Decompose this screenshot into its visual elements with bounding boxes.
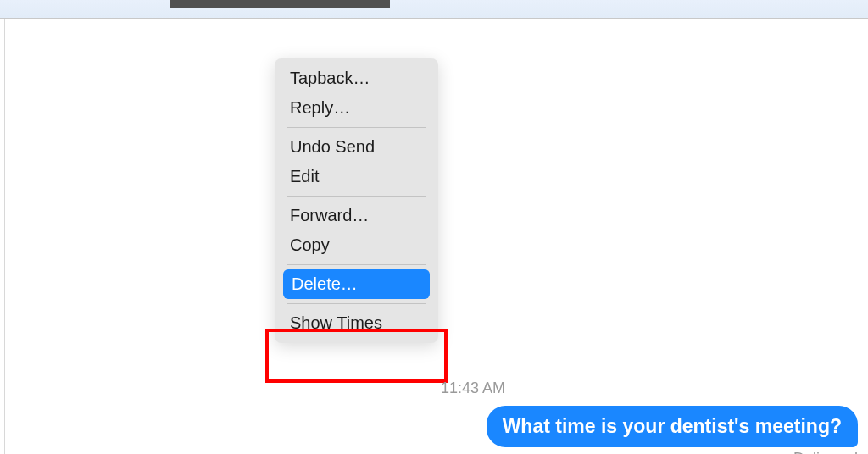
menu-item-tapback[interactable]: Tapback… — [275, 64, 438, 93]
delivery-status: Delivered — [793, 450, 858, 454]
menu-divider — [287, 196, 426, 197]
menu-divider — [287, 303, 426, 304]
sent-message-bubble[interactable]: What time is your dentist's meeting? — [487, 406, 858, 447]
menu-item-forward[interactable]: Forward… — [275, 201, 438, 230]
message-timestamp: 11:43 AM — [441, 379, 505, 397]
menu-item-show-times[interactable]: Show Times — [275, 308, 438, 338]
menu-divider — [287, 127, 426, 128]
menu-item-reply[interactable]: Reply… — [275, 93, 438, 123]
menu-item-edit[interactable]: Edit — [275, 162, 438, 191]
window-header — [0, 0, 868, 19]
menu-item-delete[interactable]: Delete… — [283, 269, 430, 299]
context-menu: Tapback… Reply… Undo Send Edit Forward… … — [275, 58, 438, 343]
menu-item-undo-send[interactable]: Undo Send — [275, 132, 438, 162]
menu-item-copy[interactable]: Copy — [275, 230, 438, 260]
menu-divider — [287, 264, 426, 265]
header-segment — [170, 0, 390, 8]
chat-area: Tapback… Reply… Undo Send Edit Forward… … — [4, 19, 868, 454]
